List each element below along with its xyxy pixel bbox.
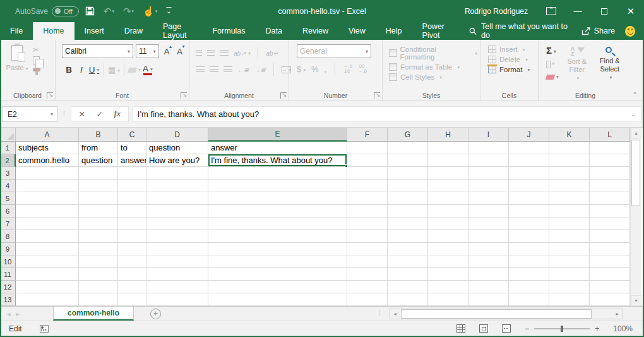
cell-L4[interactable] xyxy=(590,180,630,192)
cell-F4[interactable] xyxy=(347,180,388,192)
cell-I7[interactable] xyxy=(468,218,509,230)
cell-H9[interactable] xyxy=(428,243,468,255)
save-button[interactable] xyxy=(83,4,97,18)
vertical-scroll-thumb[interactable] xyxy=(631,140,640,206)
tab-insert[interactable]: Insert xyxy=(75,22,114,40)
cell-D5[interactable] xyxy=(146,192,208,205)
cell-A6[interactable] xyxy=(16,205,79,218)
cell-E8[interactable] xyxy=(208,230,347,243)
sort-filter-button[interactable]: AZ Sort & Filter xyxy=(563,45,592,82)
paste-button[interactable]: Paste xyxy=(4,42,30,71)
fill-color-button[interactable] xyxy=(128,64,141,75)
cell-G6[interactable] xyxy=(388,205,428,218)
cell-L6[interactable] xyxy=(590,205,630,218)
autosum-button[interactable]: Σ xyxy=(546,45,559,56)
cell-J5[interactable] xyxy=(509,192,549,205)
cell-F8[interactable] xyxy=(347,230,388,243)
cell-D3[interactable] xyxy=(146,167,208,180)
col-header-B[interactable]: B xyxy=(79,128,118,142)
col-header-H[interactable]: H xyxy=(428,128,468,142)
cell-C4[interactable] xyxy=(118,180,146,192)
zoom-slider-thumb[interactable] xyxy=(561,326,563,332)
find-select-button[interactable]: Find & Select xyxy=(595,45,624,82)
conditional-formatting-button[interactable]: Conditional Formatting xyxy=(389,46,477,61)
cell-H7[interactable] xyxy=(428,218,468,230)
cell-E11[interactable] xyxy=(208,268,347,281)
cell-K13[interactable] xyxy=(549,293,590,306)
delete-cells-button[interactable]: Delete xyxy=(488,56,535,63)
cell-I2[interactable] xyxy=(468,154,509,167)
vertical-scrollbar[interactable]: ▲ ▼ xyxy=(630,128,641,306)
tabbar-resize-handle[interactable]: ⁞ xyxy=(379,312,381,316)
cell-E1[interactable]: answer xyxy=(208,142,347,154)
cell-J10[interactable] xyxy=(509,255,549,268)
font-color-button[interactable]: A xyxy=(142,64,153,75)
align-right-button[interactable] xyxy=(224,66,232,73)
insert-function-button[interactable]: fx xyxy=(109,109,126,119)
cell-J7[interactable] xyxy=(509,218,549,230)
cell-A1[interactable]: subjects xyxy=(16,142,79,154)
cell-J8[interactable] xyxy=(509,230,549,243)
cell-C11[interactable] xyxy=(118,268,146,281)
cell-styles-button[interactable]: Cell Styles xyxy=(389,73,477,81)
cell-A10[interactable] xyxy=(16,255,79,268)
cell-L12[interactable] xyxy=(590,281,630,293)
col-header-J[interactable]: J xyxy=(509,128,549,142)
cell-K2[interactable] xyxy=(549,154,590,167)
minimize-button[interactable]: — xyxy=(564,0,591,22)
tab-power-pivot[interactable]: Power Pivot xyxy=(412,22,460,40)
cell-A7[interactable] xyxy=(16,218,79,230)
cell-E13[interactable] xyxy=(208,293,347,306)
cell-B4[interactable] xyxy=(79,180,118,192)
cell-E2[interactable]: I'm fine, thanks. What about you? xyxy=(208,154,347,167)
format-cells-button[interactable]: Format xyxy=(488,66,535,73)
fill-button[interactable]: ↓ xyxy=(546,58,559,69)
clipboard-dialog-launcher[interactable] xyxy=(47,92,53,99)
cell-E5[interactable] xyxy=(208,192,347,205)
cell-B2[interactable]: question xyxy=(79,154,118,167)
cell-D6[interactable] xyxy=(146,205,208,218)
cell-K12[interactable] xyxy=(549,281,590,293)
cell-D11[interactable] xyxy=(146,268,208,281)
underline-button[interactable]: U xyxy=(88,65,100,75)
cell-I5[interactable] xyxy=(468,192,509,205)
row-header-11[interactable]: 11 xyxy=(0,268,16,281)
borders-button[interactable]: ▦ xyxy=(108,65,120,75)
cell-K6[interactable] xyxy=(549,205,590,218)
cell-B13[interactable] xyxy=(79,293,118,306)
cell-I13[interactable] xyxy=(468,293,509,306)
cell-A3[interactable] xyxy=(16,167,79,180)
enter-entry-button[interactable]: ✓ xyxy=(92,109,108,119)
italic-button[interactable]: I xyxy=(76,65,87,75)
insert-cells-button[interactable]: Insert xyxy=(488,46,535,53)
cell-H8[interactable] xyxy=(428,230,468,243)
cell-G4[interactable] xyxy=(388,180,428,192)
cell-J1[interactable] xyxy=(509,142,549,154)
name-box[interactable]: E2 ▾ xyxy=(2,106,57,122)
tab-formulas[interactable]: Formulas xyxy=(202,22,255,40)
cell-F9[interactable] xyxy=(347,243,388,255)
bold-button[interactable]: B xyxy=(63,65,75,75)
cell-A12[interactable] xyxy=(16,281,79,293)
close-button[interactable]: ✕ xyxy=(617,0,644,22)
scroll-up-button[interactable]: ▲ xyxy=(631,128,641,138)
cell-B12[interactable] xyxy=(79,281,118,293)
col-header-G[interactable]: G xyxy=(388,128,428,142)
cell-D10[interactable] xyxy=(146,255,208,268)
cell-A2[interactable]: common.hello xyxy=(16,154,79,167)
cell-A4[interactable] xyxy=(16,180,79,192)
font-name-combo[interactable]: Calibri▾ xyxy=(62,44,133,58)
horizontal-scroll-thumb[interactable] xyxy=(401,309,592,319)
cell-K11[interactable] xyxy=(549,268,590,281)
align-bottom-button[interactable] xyxy=(220,50,229,56)
cancel-entry-button[interactable]: ✕ xyxy=(74,109,90,119)
touch-mouse-mode-button[interactable]: ☝▾ xyxy=(140,4,160,18)
cell-B5[interactable] xyxy=(79,192,118,205)
cell-K5[interactable] xyxy=(549,192,590,205)
col-header-F[interactable]: F xyxy=(347,128,388,142)
row-header-3[interactable]: 3 xyxy=(0,167,16,180)
cell-B7[interactable] xyxy=(79,218,118,230)
new-sheet-button[interactable]: + xyxy=(150,309,161,319)
sheet-tab-common-hello[interactable]: common-hello xyxy=(53,307,134,321)
cell-E7[interactable] xyxy=(208,218,347,230)
